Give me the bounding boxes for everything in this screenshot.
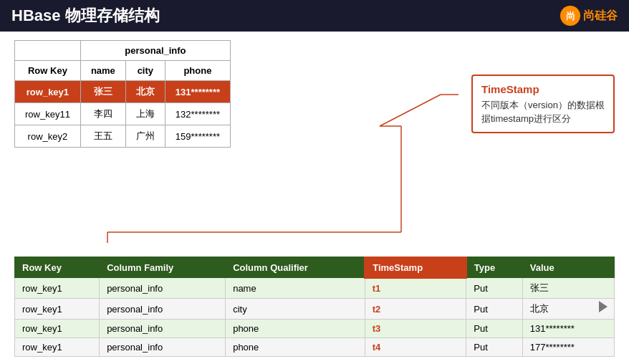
empty-header: [15, 41, 81, 61]
ph-timestamp-val: t2: [365, 299, 466, 320]
timestamp-title: TimeStamp: [481, 82, 605, 98]
logical-table: personal_info Row Key name city phone ro…: [14, 40, 231, 148]
ph-col-rowkey: Row Key: [15, 257, 100, 278]
timestamp-description: 不同版本（version）的数据根据timestamp进行区分: [481, 98, 605, 126]
physical-table-row: row_key1 personal_info phone t4 Put 177*…: [15, 338, 615, 357]
logical-row-key: row_key2: [15, 125, 81, 148]
logical-table-wrapper: personal_info Row Key name city phone ro…: [14, 40, 231, 148]
logical-name: 张三: [80, 81, 125, 103]
ph-col-qualifier-val: phone: [226, 338, 365, 357]
col-city: city: [125, 61, 165, 81]
ph-timestamp-val: t4: [365, 338, 466, 357]
ph-col-qualifier-val: name: [226, 278, 365, 299]
ph-timestamp-val: t3: [365, 320, 466, 338]
col-phone: phone: [165, 61, 230, 81]
logical-phone: 159********: [165, 125, 230, 148]
ph-value-val: 131********: [522, 320, 614, 338]
physical-table-row: row_key1 personal_info city t2 Put 北京: [15, 299, 615, 320]
logical-row-key: row_key1: [15, 81, 81, 103]
physical-table-row: row_key1 personal_info phone t3 Put 131*…: [15, 320, 615, 338]
ph-value-val: 177********: [522, 338, 614, 357]
ph-timestamp-val: t1: [365, 278, 466, 299]
personal-info-header: personal_info: [80, 41, 230, 61]
ph-row-key: row_key1: [15, 338, 100, 357]
page-title: HBase 物理存储结构: [11, 5, 160, 27]
main-content: TimeStamp 不同版本（version）的数据根据timestamp进行区…: [0, 32, 629, 364]
ph-col-family-val: personal_info: [100, 278, 226, 299]
ph-col-type: Type: [466, 257, 522, 278]
ph-col-family-val: personal_info: [100, 320, 226, 338]
physical-table-row: row_key1 personal_info name t1 Put 张三: [15, 278, 615, 299]
physical-table-wrapper: Row Key Column Family Column Qualifier T…: [14, 257, 615, 358]
physical-table: Row Key Column Family Column Qualifier T…: [14, 257, 615, 358]
scroll-arrow: [599, 301, 608, 312]
logical-name: 李四: [80, 103, 125, 125]
logical-city: 广州: [125, 125, 165, 148]
timestamp-callout: TimeStamp 不同版本（version）的数据根据timestamp进行区…: [471, 75, 615, 133]
physical-table-header: Row Key Column Family Column Qualifier T…: [15, 257, 615, 278]
logo-icon: 尚: [560, 6, 580, 26]
logo-text: 尚硅谷: [583, 9, 618, 24]
logical-table-row: row_key11 李四 上海 132********: [15, 103, 231, 125]
ph-col-qualifier-val: city: [226, 299, 365, 320]
logical-phone: 131********: [165, 81, 230, 103]
logical-city: 北京: [125, 81, 165, 103]
ph-col-family: Column Family: [100, 257, 226, 278]
col-header-row: Row Key name city phone: [15, 61, 231, 81]
personal-info-header-row: personal_info: [15, 41, 231, 61]
ph-type-val: Put: [466, 338, 522, 357]
ph-col-timestamp: TimeStamp: [365, 257, 466, 278]
ph-row-key: row_key1: [15, 278, 100, 299]
ph-row-key: row_key1: [15, 299, 100, 320]
ph-value-val: 张三: [522, 278, 614, 299]
svg-text:尚: 尚: [566, 11, 575, 21]
ph-col-family-val: personal_info: [100, 299, 226, 320]
ph-col-family-val: personal_info: [100, 338, 226, 357]
logical-table-row: row_key1 张三 北京 131********: [15, 81, 231, 103]
ph-col-value: Value: [522, 257, 614, 278]
logo: 尚 尚硅谷: [560, 6, 618, 26]
header: HBase 物理存储结构 尚 尚硅谷: [0, 0, 629, 32]
col-name: name: [80, 61, 125, 81]
logical-city: 上海: [125, 103, 165, 125]
ph-col-qualifier-val: phone: [226, 320, 365, 338]
ph-col-qualifier: Column Qualifier: [226, 257, 365, 278]
logical-table-row: row_key2 王五 广州 159********: [15, 125, 231, 148]
logical-name: 王五: [80, 125, 125, 148]
col-rowkey: Row Key: [15, 61, 81, 81]
ph-type-val: Put: [466, 320, 522, 338]
ph-type-val: Put: [466, 278, 522, 299]
ph-type-val: Put: [466, 299, 522, 320]
logical-row-key: row_key11: [15, 103, 81, 125]
logical-phone: 132********: [165, 103, 230, 125]
ph-row-key: row_key1: [15, 320, 100, 338]
